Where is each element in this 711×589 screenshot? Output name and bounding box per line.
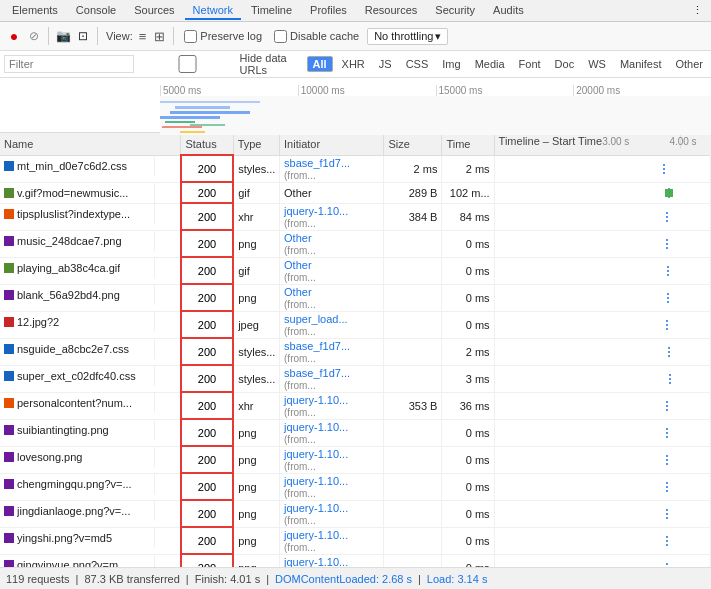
cell-initiator: jquery-1.10...(from...: [280, 446, 384, 473]
file-icon: [4, 371, 14, 381]
cell-initiator: Other(from...: [280, 284, 384, 311]
table-row[interactable]: tipspluslist?indextype...200xhrjquery-1.…: [0, 203, 711, 230]
camera-button[interactable]: 📷: [55, 28, 71, 44]
filter-js-button[interactable]: JS: [374, 57, 397, 71]
svg-rect-1: [165, 121, 195, 123]
col-header-type[interactable]: Type: [233, 133, 279, 155]
col-header-initiator[interactable]: Initiator: [280, 133, 384, 155]
disable-cache-label[interactable]: Disable cache: [270, 30, 363, 43]
cell-name: chengmingqu.png?v=...: [0, 474, 155, 494]
cell-status: 200: [181, 284, 233, 311]
stop-button[interactable]: ⊘: [26, 28, 42, 44]
nav-timeline[interactable]: Timeline: [243, 2, 300, 20]
table-row[interactable]: yingshi.png?v=md5200pngjquery-1.10...(fr…: [0, 527, 711, 554]
cell-name: tipspluslist?indextype...: [0, 204, 155, 224]
file-icon: [4, 506, 14, 516]
cell-type: png: [233, 230, 279, 257]
filter-xhr-button[interactable]: XHR: [337, 57, 370, 71]
nav-resources[interactable]: Resources: [357, 2, 426, 20]
file-name: mt_min_d0e7c6d2.css: [17, 160, 127, 172]
col-header-timeline[interactable]: Timeline – Start Time 3.00 s 4.00 s: [495, 133, 681, 149]
table-row[interactable]: personalcontent?num...200xhrjquery-1.10.…: [0, 392, 711, 419]
cell-size: [384, 554, 442, 567]
table-row[interactable]: super_ext_c02dfc40.css200styles...sbase_…: [0, 365, 711, 392]
nav-profiles[interactable]: Profiles: [302, 2, 355, 20]
cell-initiator: jquery-1.10...(from...: [280, 554, 384, 567]
cell-time: 84 ms: [442, 203, 494, 230]
col-header-time[interactable]: Time: [442, 133, 494, 155]
file-icon: [4, 398, 14, 408]
view-list-icon[interactable]: ≡: [137, 29, 149, 44]
cell-status: 200: [181, 230, 233, 257]
filter-input[interactable]: [4, 55, 134, 73]
filter-all-button[interactable]: All: [307, 56, 333, 72]
table-row[interactable]: 12.jpg?2200jpegsuper_load...(from...0 ms: [0, 311, 711, 338]
file-name: music_248dcae7.png: [17, 235, 122, 247]
nav-console[interactable]: Console: [68, 2, 124, 20]
filter-css-button[interactable]: CSS: [401, 57, 434, 71]
cell-type: styles...: [233, 338, 279, 365]
filter-font-button[interactable]: Font: [514, 57, 546, 71]
filter-media-button[interactable]: Media: [470, 57, 510, 71]
file-icon: [4, 560, 14, 568]
table-row[interactable]: lovesong.png200pngjquery-1.10...(from...…: [0, 446, 711, 473]
col-header-name[interactable]: Name: [0, 133, 181, 155]
view-grid-icon[interactable]: ⊞: [152, 29, 167, 44]
overflow-menu-button[interactable]: ⋮: [688, 2, 707, 19]
separator-pipe-3: |: [266, 573, 269, 585]
network-table: Name Status Type Initiator Size Time Tim…: [0, 133, 711, 567]
file-icon: [4, 263, 14, 273]
col-header-size[interactable]: Size: [384, 133, 442, 155]
filter-bar: Hide data URLs All XHR JS CSS Img Media …: [0, 51, 711, 78]
filter-img-button[interactable]: Img: [437, 57, 465, 71]
file-icon: [4, 209, 14, 219]
cell-name: blank_56a92bd4.png: [0, 285, 155, 305]
table-row[interactable]: nsguide_a8cbc2e7.css200styles...sbase_f1…: [0, 338, 711, 365]
nav-security[interactable]: Security: [427, 2, 483, 20]
dom-content-loaded[interactable]: DOMContentLoaded: 2.68 s: [275, 573, 412, 585]
timeline-marker-3s: 3.00 s: [602, 136, 629, 147]
file-icon: [4, 188, 14, 198]
ruler-marks: 5000 ms 10000 ms 15000 ms 20000 ms: [0, 80, 711, 96]
cell-status: 200: [181, 365, 233, 392]
cell-timeline: [494, 527, 710, 554]
load-time[interactable]: Load: 3.14 s: [427, 573, 488, 585]
preserve-log-label[interactable]: Preserve log: [180, 30, 266, 43]
table-row[interactable]: playing_ab38c4ca.gif200gifOther(from...0…: [0, 257, 711, 284]
table-row[interactable]: suibiantingting.png200pngjquery-1.10...(…: [0, 419, 711, 446]
toolbar: ● ⊘ 📷 ⊡ View: ≡ ⊞ Preserve log Disable c…: [0, 22, 711, 51]
table-header-row: Name Status Type Initiator Size Time Tim…: [0, 133, 711, 155]
filter-ws-button[interactable]: WS: [583, 57, 611, 71]
col-header-status[interactable]: Status: [181, 133, 233, 155]
nav-sources[interactable]: Sources: [126, 2, 182, 20]
filter-doc-button[interactable]: Doc: [550, 57, 580, 71]
table-row[interactable]: v.gif?mod=newmusic...200gifOther289 B102…: [0, 182, 711, 203]
file-name: yingshi.png?v=md5: [17, 532, 112, 544]
hide-data-urls-checkbox[interactable]: [138, 55, 237, 73]
table-row[interactable]: jingdianlaoge.png?v=...200pngjquery-1.10…: [0, 500, 711, 527]
record-button[interactable]: ●: [6, 28, 22, 44]
cell-initiator: jquery-1.10...(from...: [280, 419, 384, 446]
filter-other-button[interactable]: Other: [670, 57, 708, 71]
table-row[interactable]: qingyinyue.png?v=m...200pngjquery-1.10..…: [0, 554, 711, 567]
table-row[interactable]: mt_min_d0e7c6d2.css200styles...sbase_f1d…: [0, 155, 711, 182]
preserve-log-checkbox[interactable]: [184, 30, 197, 43]
cell-status: 200: [181, 392, 233, 419]
filter-manifest-button[interactable]: Manifest: [615, 57, 667, 71]
nav-audits[interactable]: Audits: [485, 2, 532, 20]
table-row[interactable]: music_248dcae7.png200pngOther(from...0 m…: [0, 230, 711, 257]
disable-cache-checkbox[interactable]: [274, 30, 287, 43]
nav-elements[interactable]: Elements: [4, 2, 66, 20]
transferred-size: 87.3 KB transferred: [84, 573, 179, 585]
filter-button[interactable]: ⊡: [75, 28, 91, 44]
table-row[interactable]: chengmingqu.png?v=...200pngjquery-1.10..…: [0, 473, 711, 500]
throttling-dropdown[interactable]: No throttling ▾: [367, 28, 448, 45]
cell-type: png: [233, 527, 279, 554]
network-table-wrap[interactable]: Name Status Type Initiator Size Time Tim…: [0, 133, 711, 567]
hide-data-urls-label[interactable]: Hide data URLs: [138, 52, 299, 76]
table-row[interactable]: blank_56a92bd4.png200pngOther(from...0 m…: [0, 284, 711, 311]
nav-network[interactable]: Network: [185, 2, 241, 20]
cell-name: jingdianlaoge.png?v=...: [0, 501, 155, 521]
svg-rect-6: [160, 101, 260, 103]
file-name: nsguide_a8cbc2e7.css: [17, 343, 129, 355]
